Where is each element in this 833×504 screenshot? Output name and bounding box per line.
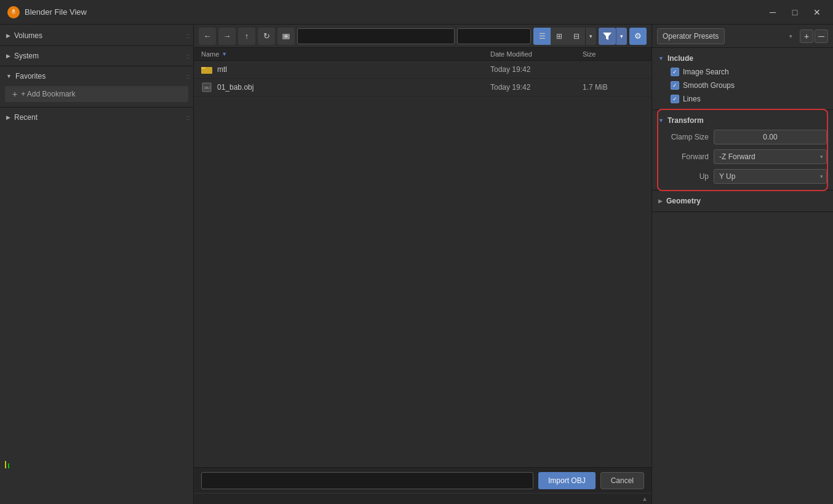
filter-expand-button[interactable]: ▾ bbox=[616, 28, 627, 45]
smooth-groups-checkbox[interactable]: ✓ bbox=[671, 81, 679, 90]
sidebar-label-favorites: Favorites bbox=[15, 72, 46, 81]
forward-label: Forward bbox=[658, 152, 714, 161]
include-collapse-arrow-icon: ▼ bbox=[658, 55, 664, 61]
view-grid-large-button[interactable]: ⊟ bbox=[568, 28, 585, 45]
forward-select-wrapper: -Z Forward Z Forward -X Forward X Forwar… bbox=[714, 149, 827, 164]
transform-section-title: Transform bbox=[668, 116, 704, 125]
view-grid-small-button[interactable]: ⊞ bbox=[551, 28, 568, 45]
divider-3 bbox=[0, 107, 193, 108]
sort-arrow-icon: ▼ bbox=[221, 51, 227, 57]
minimize-button[interactable]: ─ bbox=[764, 4, 781, 21]
sidebar: ▶ Volumes :: ▶ System :: ▼ Favorites :: … bbox=[0, 25, 194, 504]
operator-presets-toolbar: Operator Presets ▾ + ─ bbox=[652, 25, 833, 48]
window-title: Blender File View bbox=[25, 7, 87, 17]
clamp-size-row: Clamp Size 0.00 bbox=[652, 127, 833, 147]
up-select[interactable]: Y Up -Y Up X Up Z Up bbox=[714, 169, 827, 184]
svg-text:OBJ: OBJ bbox=[204, 86, 210, 90]
add-bookmark-button[interactable]: + + Add Bookmark bbox=[5, 86, 188, 102]
volumes-drag-handle: :: bbox=[186, 33, 189, 39]
include-section: ▼ Include ✓ Image Search ✓ Smooth Groups… bbox=[652, 48, 833, 110]
add-bookmark-plus-icon: + bbox=[12, 89, 17, 99]
import-button[interactable]: Import OBJ bbox=[538, 472, 596, 489]
maximize-button[interactable]: □ bbox=[786, 4, 803, 21]
up-row: Up Y Up -Y Up X Up Z Up ▾ bbox=[652, 167, 833, 186]
image-search-checkbox[interactable]: ✓ bbox=[671, 68, 679, 76]
sidebar-item-volumes[interactable]: ▶ Volumes :: bbox=[0, 28, 193, 43]
image-search-checkbox-item[interactable]: ✓ Image Search bbox=[671, 68, 729, 76]
sidebar-system-section: ▶ System :: bbox=[0, 47, 193, 65]
divider-2 bbox=[0, 66, 193, 66]
sidebar-label-recent: Recent bbox=[14, 113, 38, 122]
view-expand-button[interactable]: ▾ bbox=[585, 28, 596, 45]
geometry-section: ▶ Geometry bbox=[652, 191, 833, 212]
table-row[interactable]: OBJ 01_bab.obj Today 19:42 1.7 MiB bbox=[194, 79, 652, 96]
include-section-header[interactable]: ▼ Include bbox=[652, 52, 833, 65]
file-date-obj: Today 19:42 bbox=[490, 83, 583, 92]
header-date-modified[interactable]: Date Modified bbox=[490, 50, 583, 58]
forward-row: Forward -Z Forward Z Forward -X Forward … bbox=[652, 147, 833, 167]
system-drag-handle: :: bbox=[186, 53, 189, 60]
svg-rect-9 bbox=[201, 67, 205, 69]
bottom-path-input[interactable] bbox=[201, 472, 533, 489]
bottom-bar: Import OBJ Cancel bbox=[194, 467, 652, 493]
obj-file-icon: OBJ bbox=[201, 82, 212, 93]
geometry-section-title: Geometry bbox=[666, 197, 701, 205]
sidebar-favorites-section: ▼ Favorites :: + + Add Bookmark bbox=[0, 68, 193, 106]
lines-checkbox[interactable]: ✓ bbox=[671, 95, 679, 103]
table-row[interactable]: mtl Today 19:42 bbox=[194, 61, 652, 79]
geometry-section-header[interactable]: ▶ Geometry bbox=[652, 194, 833, 208]
back-button[interactable]: ← bbox=[199, 28, 216, 45]
up-select-wrapper: Y Up -Y Up X Up Z Up ▾ bbox=[714, 169, 827, 184]
clamp-size-value[interactable]: 0.00 bbox=[714, 130, 827, 144]
svg-rect-4 bbox=[282, 34, 285, 35]
cancel-button[interactable]: Cancel bbox=[600, 472, 644, 489]
settings-button[interactable]: ⚙ bbox=[629, 28, 647, 45]
x-axis-hint-icon bbox=[8, 463, 9, 468]
view-mode-buttons: ☰ ⊞ ⊟ ▾ bbox=[533, 28, 596, 45]
file-name-obj: 01_bab.obj bbox=[217, 83, 490, 92]
file-date-mtl: Today 19:42 bbox=[490, 65, 583, 74]
refresh-button[interactable]: ↻ bbox=[258, 28, 275, 45]
transform-collapse-arrow-icon: ▼ bbox=[658, 117, 664, 124]
lines-row: ✓ Lines bbox=[652, 92, 833, 106]
folder-icon bbox=[201, 64, 212, 75]
recent-collapse-arrow: ▶ bbox=[6, 114, 10, 120]
main-container: ▶ Volumes :: ▶ System :: ▼ Favorites :: … bbox=[0, 25, 833, 504]
y-axis-hint-icon bbox=[5, 461, 6, 468]
operator-presets-select[interactable]: Operator Presets bbox=[657, 28, 725, 44]
svg-marker-7 bbox=[603, 33, 612, 40]
close-button[interactable]: ✕ bbox=[808, 4, 826, 21]
favorites-collapse-arrow: ▼ bbox=[6, 73, 12, 79]
transform-section-header[interactable]: ▼ Transform bbox=[652, 114, 833, 127]
lines-checkbox-item[interactable]: ✓ Lines bbox=[671, 95, 701, 103]
sidebar-item-favorites[interactable]: ▼ Favorites :: bbox=[0, 69, 193, 84]
smooth-groups-checkbox-item[interactable]: ✓ Smooth Groups bbox=[671, 81, 735, 90]
forward-button[interactable]: → bbox=[218, 28, 236, 45]
view-list-button[interactable]: ☰ bbox=[533, 28, 551, 45]
add-preset-button[interactable]: + bbox=[800, 30, 813, 43]
filter-button[interactable] bbox=[599, 28, 616, 45]
sidebar-item-system[interactable]: ▶ System :: bbox=[0, 49, 193, 63]
file-list-header: Name ▼ Date Modified Size bbox=[194, 48, 652, 61]
file-list-container: Name ▼ Date Modified Size mtl Today 19:4… bbox=[194, 48, 652, 467]
header-name-label: Name bbox=[201, 50, 219, 58]
search-input[interactable] bbox=[457, 28, 531, 44]
sidebar-item-recent[interactable]: ▶ Recent :: bbox=[0, 110, 193, 125]
sidebar-volumes-section: ▶ Volumes :: bbox=[0, 27, 193, 44]
browser-toolbar: ← → ↑ ↻ 🔍 ☰ ⊞ ⊟ ▾ bbox=[194, 25, 652, 48]
svg-point-2 bbox=[12, 9, 15, 12]
scroll-hint-bar: ▲ bbox=[194, 493, 652, 504]
search-wrapper: 🔍 bbox=[457, 28, 531, 44]
sidebar-recent-section: ▶ Recent :: bbox=[0, 109, 193, 126]
header-name[interactable]: Name ▼ bbox=[201, 50, 490, 58]
smooth-groups-row: ✓ Smooth Groups bbox=[652, 79, 833, 92]
up-button[interactable]: ↑ bbox=[238, 28, 255, 45]
header-size[interactable]: Size bbox=[583, 50, 644, 58]
image-search-row: ✓ Image Search bbox=[652, 65, 833, 79]
filter-button-group: ▾ bbox=[599, 28, 627, 45]
volumes-collapse-arrow: ▶ bbox=[6, 33, 10, 39]
path-input[interactable] bbox=[297, 28, 455, 44]
forward-select[interactable]: -Z Forward Z Forward -X Forward X Forwar… bbox=[714, 149, 827, 164]
remove-preset-button[interactable]: ─ bbox=[815, 30, 828, 43]
new-folder-button[interactable] bbox=[277, 28, 295, 45]
